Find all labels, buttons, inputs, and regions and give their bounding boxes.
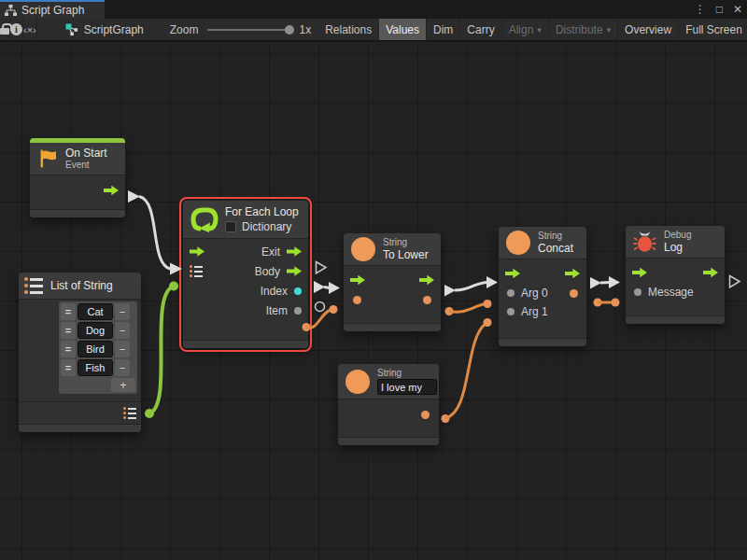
body-output-port[interactable]: [287, 266, 302, 277]
node-list-of-string[interactable]: List of String =− =− =− =− +: [19, 273, 141, 432]
dictionary-checkbox[interactable]: [225, 221, 236, 232]
item-output-port[interactable]: [294, 307, 302, 315]
drag-handle[interactable]: =: [61, 359, 76, 376]
exec-input-port[interactable]: [632, 267, 647, 278]
code-icon: ‹×›: [23, 24, 36, 35]
add-item-button[interactable]: +: [111, 378, 135, 392]
window-tab-bar: Script Graph ⋮ □ ✕: [0, 0, 747, 19]
toolbar-button-values[interactable]: Values: [379, 19, 427, 40]
arg0-input-port[interactable]: [507, 289, 514, 297]
info-button[interactable]: i: [10, 19, 23, 40]
node-footer: [30, 209, 125, 217]
exec-output-port[interactable]: [419, 274, 434, 286]
arg1-input-port[interactable]: [507, 308, 514, 315]
zoom-slider-knob[interactable]: [285, 25, 294, 35]
graph-toolbar: i ‹×› ScriptGraph Zoom 1x Relations Valu…: [0, 19, 747, 41]
string-type-icon: [345, 370, 370, 394]
tab-script-graph[interactable]: Script Graph: [0, 0, 105, 19]
node-footer: [183, 340, 308, 348]
port-label-body: Body: [255, 265, 280, 278]
list-input-port[interactable]: [190, 265, 203, 277]
port-label-exit: Exit: [261, 245, 280, 259]
toolbar-button-distribute[interactable]: Distribute ▾: [549, 19, 618, 40]
node-concat[interactable]: String Concat Arg 0 Arg 1: [499, 227, 586, 346]
list-item-field[interactable]: [78, 359, 113, 376]
message-input-port[interactable]: [634, 288, 641, 296]
port-label-message: Message: [648, 286, 694, 299]
toolbar-button-relations[interactable]: Relations: [318, 19, 379, 40]
align-label: Align: [509, 23, 534, 36]
remove-item-button[interactable]: −: [115, 303, 130, 320]
list-item: =−: [61, 322, 135, 339]
list-item-field[interactable]: [78, 322, 113, 339]
list-item-field[interactable]: [78, 341, 113, 357]
remove-item-button[interactable]: −: [115, 322, 130, 339]
exec-output-port[interactable]: [703, 267, 718, 278]
dictionary-label: Dictionary: [242, 220, 291, 233]
list-output-port[interactable]: [123, 407, 136, 419]
loop-icon: [190, 206, 218, 232]
graph-breadcrumb[interactable]: ScriptGraph: [60, 19, 149, 40]
toolbar-button-align[interactable]: Align ▾: [502, 19, 549, 40]
exec-input-port[interactable]: [190, 246, 204, 258]
exec-output-port[interactable]: [104, 185, 119, 196]
zoom-control: Zoom 1x: [170, 19, 318, 40]
node-title: To Lower: [383, 248, 429, 261]
string-type-icon: [351, 237, 375, 261]
string-output-port[interactable]: [570, 289, 578, 298]
list-item: =−: [61, 359, 135, 376]
list-icon: [24, 277, 43, 294]
exit-output-port[interactable]: [287, 246, 302, 258]
string-input-port[interactable]: [353, 296, 361, 304]
toolbar-button-carry[interactable]: Carry: [460, 19, 501, 40]
index-output-port[interactable]: [294, 287, 302, 295]
node-type: String: [538, 231, 573, 242]
node-title: On Start: [65, 147, 107, 160]
drag-handle[interactable]: =: [61, 341, 76, 357]
node-type: Debug: [664, 230, 691, 241]
port-label-arg0: Arg 0: [521, 287, 548, 300]
node-footer: [19, 424, 141, 432]
chevron-down-icon: ▾: [537, 25, 542, 35]
bug-icon: [633, 231, 656, 253]
node-footer: [338, 437, 439, 445]
toolbar-button-fullscreen[interactable]: Full Screen: [679, 19, 747, 40]
zoom-slider[interactable]: [207, 29, 291, 31]
node-subtitle: Event: [65, 160, 107, 171]
remove-item-button[interactable]: −: [115, 359, 130, 376]
string-type-icon: [506, 231, 530, 255]
string-output-port[interactable]: [421, 411, 430, 419]
lock-button[interactable]: [0, 19, 10, 40]
toolbar-button-dim[interactable]: Dim: [427, 19, 460, 40]
exec-output-port[interactable]: [565, 268, 580, 279]
toolbar-button-overview[interactable]: Overview: [618, 19, 679, 40]
exec-input-port[interactable]: [350, 274, 365, 286]
remove-item-button[interactable]: −: [115, 341, 130, 357]
distribute-label: Distribute: [556, 23, 603, 36]
node-for-each-loop[interactable]: For Each Loop Dictionary Exit Body: [183, 201, 308, 348]
window-menu-icon[interactable]: ⋮: [695, 3, 706, 16]
node-title: Log: [664, 241, 691, 254]
node-on-start[interactable]: On Start Event: [30, 138, 125, 217]
string-output-port[interactable]: [423, 296, 431, 304]
node-footer: [499, 338, 586, 346]
window-maximize-icon[interactable]: □: [716, 3, 723, 16]
script-graph-icon: [65, 23, 78, 36]
exec-input-port[interactable]: [505, 268, 520, 279]
node-footer: [344, 323, 441, 331]
drag-handle[interactable]: =: [61, 303, 76, 320]
list-item: =−: [61, 341, 135, 357]
list-items-panel: =− =− =− =− +: [59, 301, 137, 394]
drag-handle[interactable]: =: [61, 322, 76, 339]
list-item-field[interactable]: [78, 303, 113, 320]
node-title: For Each Loop: [225, 205, 299, 218]
node-to-lower[interactable]: String To Lower: [344, 233, 441, 331]
window-close-icon[interactable]: ✕: [733, 3, 742, 16]
node-debug-log[interactable]: Debug Log Message: [626, 226, 725, 324]
tab-title: Script Graph: [21, 4, 84, 17]
port-label-item: Item: [266, 304, 288, 317]
node-string-literal[interactable]: String: [338, 364, 439, 445]
code-preview-button[interactable]: ‹×›: [23, 19, 37, 40]
string-value-field[interactable]: [377, 379, 437, 395]
info-icon: i: [10, 23, 22, 35]
